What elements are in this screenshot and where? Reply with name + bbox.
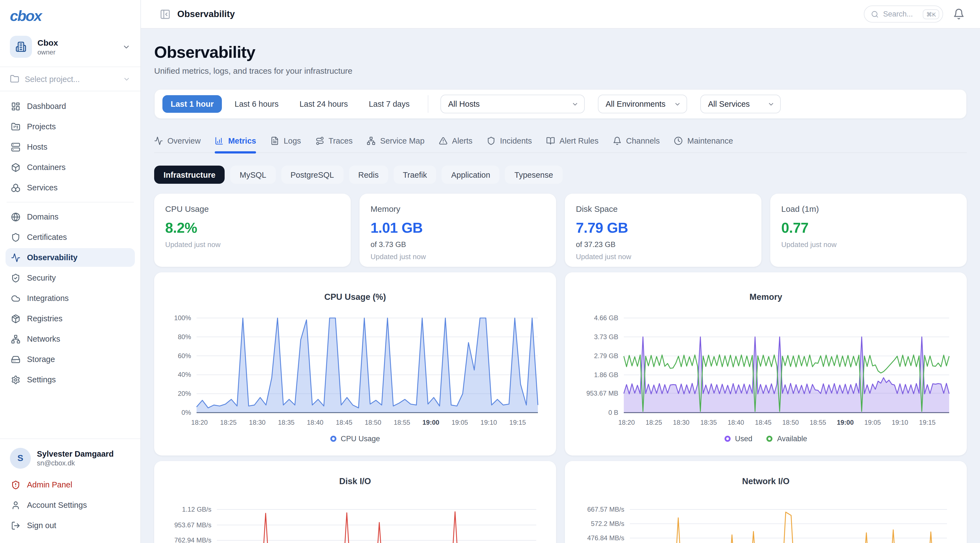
sidebar-footer: S Sylvester Damgaard sn@cbox.dk Admin Pa… bbox=[0, 438, 140, 543]
svg-text:1.12 GB/s: 1.12 GB/s bbox=[182, 506, 212, 513]
network-io-chart[interactable]: 667.57 MB/s572.2 MB/s476.84 MB/s381.47 M… bbox=[565, 494, 967, 543]
svg-text:19:15: 19:15 bbox=[509, 419, 526, 426]
disk-io-chart[interactable]: 1.12 GB/s953.67 MB/s762.94 MB/s572.2 MB/… bbox=[154, 494, 556, 543]
pill-postgresql[interactable]: PostgreSQL bbox=[281, 165, 343, 184]
sidebar-item-projects[interactable]: Projects bbox=[5, 117, 135, 136]
time-range-24h-button[interactable]: Last 24 hours bbox=[291, 95, 356, 113]
stat-cards: CPU Usage 8.2% Updated just now Memory 1… bbox=[154, 194, 967, 267]
tab-metrics[interactable]: Metrics bbox=[215, 137, 256, 152]
sidebar-item-dashboard[interactable]: Dashboard bbox=[5, 97, 135, 116]
tab-alerts[interactable]: Alerts bbox=[439, 137, 473, 152]
sidebar-item-hosts[interactable]: Hosts bbox=[5, 138, 135, 156]
pill-mysql[interactable]: MySQL bbox=[231, 165, 276, 184]
svg-text:80%: 80% bbox=[178, 333, 191, 341]
sidebar-item-networks[interactable]: Networks bbox=[5, 330, 135, 348]
sidebar-item-storage[interactable]: Storage bbox=[5, 350, 135, 368]
legend-marker bbox=[330, 436, 336, 442]
svg-text:18:25: 18:25 bbox=[220, 419, 237, 426]
cpu-usage-chart[interactable]: 100%80%60%40%20%0%18:2018:2518:3018:3518… bbox=[154, 310, 556, 433]
activity-icon bbox=[154, 137, 163, 145]
sidebar-item-settings[interactable]: Settings bbox=[5, 370, 135, 389]
charts-row-bottom: Disk I/O 1.12 GB/s953.67 MB/s762.94 MB/s… bbox=[154, 461, 967, 543]
server-icon bbox=[11, 142, 21, 152]
chevron-down-icon bbox=[767, 100, 775, 108]
pill-application[interactable]: Application bbox=[442, 165, 500, 184]
sidebar-item-services[interactable]: Services bbox=[5, 178, 135, 197]
divider bbox=[6, 202, 134, 202]
svg-text:18:25: 18:25 bbox=[646, 419, 662, 426]
org-switcher[interactable]: Cbox owner bbox=[5, 31, 136, 62]
stat-label: Memory bbox=[371, 204, 545, 213]
svg-text:1.86 GB: 1.86 GB bbox=[594, 371, 618, 378]
stat-value: 7.79 GB bbox=[576, 219, 751, 237]
svg-text:18:20: 18:20 bbox=[618, 419, 635, 426]
panel-left-icon[interactable] bbox=[160, 8, 171, 19]
sidebar-item-account-settings[interactable]: Account Settings bbox=[5, 496, 135, 514]
tab-alert-rules[interactable]: Alert Rules bbox=[546, 137, 598, 152]
chevron-down-icon bbox=[122, 43, 130, 51]
tab-incidents[interactable]: Incidents bbox=[487, 137, 532, 152]
page-title: Observability bbox=[154, 43, 967, 62]
tab-maintenance[interactable]: Maintenance bbox=[674, 137, 733, 152]
time-range-7d-button[interactable]: Last 7 days bbox=[361, 95, 418, 113]
services-select[interactable]: All Services bbox=[700, 95, 781, 113]
stat-card-memory: Memory 1.01 GB of 3.73 GB Updated just n… bbox=[360, 194, 556, 267]
triangle-alert-icon bbox=[439, 137, 448, 145]
brand-logo-text: cbox bbox=[10, 8, 41, 24]
stat-label: Disk Space bbox=[576, 204, 751, 213]
activity-icon bbox=[11, 253, 21, 262]
sidebar-item-sign-out[interactable]: Sign out bbox=[5, 516, 135, 535]
sidebar-item-security[interactable]: Security bbox=[5, 268, 135, 287]
user-icon bbox=[11, 500, 21, 510]
environments-select[interactable]: All Environments bbox=[598, 95, 687, 113]
svg-text:100%: 100% bbox=[174, 314, 191, 322]
charts-row-top: CPU Usage (%) 100%80%60%40%20%0%18:2018:… bbox=[154, 272, 967, 456]
pill-typesense[interactable]: Typesense bbox=[505, 165, 562, 184]
search-input[interactable]: Search... ⌘K bbox=[864, 5, 943, 22]
tab-channels[interactable]: Channels bbox=[613, 137, 660, 152]
tab-logs[interactable]: Logs bbox=[270, 137, 301, 152]
tab-overview[interactable]: Overview bbox=[154, 137, 201, 152]
tab-label: Metrics bbox=[228, 137, 256, 145]
sidebar-item-containers[interactable]: Containers bbox=[5, 158, 135, 176]
hosts-select[interactable]: All Hosts bbox=[441, 95, 585, 113]
stat-updated: Updated just now bbox=[165, 240, 340, 249]
memory-chart[interactable]: 4.66 GB3.73 GB2.79 GB1.86 GB953.67 MB0 B… bbox=[565, 310, 967, 433]
folder-kanban-icon bbox=[11, 122, 21, 131]
sidebar-item-domains[interactable]: Domains bbox=[5, 207, 135, 226]
time-range-6h-button[interactable]: Last 6 hours bbox=[226, 95, 287, 113]
pill-infrastructure[interactable]: Infrastructure bbox=[154, 165, 225, 184]
sidebar-item-certificates[interactable]: Certificates bbox=[5, 228, 135, 246]
stat-updated: Updated just now bbox=[576, 252, 751, 261]
log-out-icon bbox=[11, 521, 21, 530]
sidebar-item-label: Integrations bbox=[27, 294, 69, 303]
sidebar-item-observability[interactable]: Observability bbox=[5, 248, 135, 267]
pill-traefik[interactable]: Traefik bbox=[393, 165, 436, 184]
legend-label: CPU Usage bbox=[341, 435, 380, 443]
globe-icon bbox=[11, 212, 21, 221]
user-menu[interactable]: S Sylvester Damgaard sn@cbox.dk bbox=[5, 446, 135, 475]
gear-icon bbox=[11, 375, 21, 384]
sidebar-item-label: Sign out bbox=[27, 521, 56, 530]
org-meta: Cbox owner bbox=[37, 38, 117, 56]
sidebar-item-integrations[interactable]: Integrations bbox=[5, 289, 135, 308]
legend-item[interactable]: Used bbox=[725, 435, 752, 443]
svg-text:0 B: 0 B bbox=[608, 409, 618, 416]
notifications-bell-icon[interactable] bbox=[953, 8, 964, 20]
pill-redis[interactable]: Redis bbox=[349, 165, 388, 184]
brand-logo[interactable]: cbox bbox=[0, 0, 140, 29]
tab-service-map[interactable]: Service Map bbox=[367, 137, 425, 152]
tab-traces[interactable]: Traces bbox=[315, 137, 353, 152]
sidebar-item-label: Hosts bbox=[27, 143, 47, 151]
sidebar-item-label: Projects bbox=[27, 122, 56, 131]
topbar-title: Observability bbox=[177, 9, 235, 19]
sidebar-item-admin-panel[interactable]: Admin Panel bbox=[5, 475, 135, 494]
legend-item[interactable]: Available bbox=[767, 435, 807, 443]
time-range-1h-button[interactable]: Last 1 hour bbox=[162, 95, 222, 113]
hosts-select-value: All Hosts bbox=[448, 100, 567, 108]
sidebar: cbox Cbox owner Select project... Dashbo… bbox=[0, 0, 141, 543]
sidebar-item-registries[interactable]: Registries bbox=[5, 309, 135, 328]
project-selector[interactable]: Select project... bbox=[0, 67, 140, 91]
legend-item[interactable]: CPU Usage bbox=[330, 435, 380, 443]
chart-title: Memory bbox=[565, 272, 967, 302]
